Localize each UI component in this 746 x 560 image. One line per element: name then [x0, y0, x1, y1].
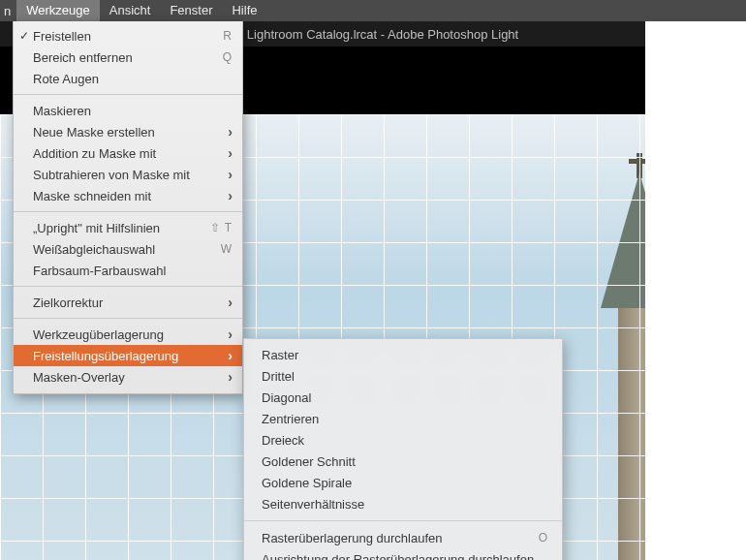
- submenu-item[interactable]: Diagonal: [244, 387, 562, 408]
- menu-separator: [14, 286, 242, 287]
- menu-item-label: Werkzeugüberlagerung: [33, 327, 164, 342]
- menu-item-label: Neue Maske erstellen: [33, 125, 155, 140]
- menu-item-label: Rote Augen: [33, 72, 99, 86]
- menu-item[interactable]: Masken-Overlay›: [14, 366, 242, 388]
- chevron-right-icon: ›: [228, 369, 233, 385]
- menu-item[interactable]: Freistellungsüberlagerung›: [14, 345, 242, 366]
- menu-item[interactable]: Subtrahieren von Maske mit›: [14, 164, 242, 185]
- menu-item-label: Freistellen: [33, 29, 91, 44]
- submenu-item-label: Ausrichtung der Rasterüberlagerung durch…: [262, 552, 534, 561]
- submenu-item-label: Diagonal: [262, 390, 311, 405]
- submenu-item[interactable]: Goldene Spirale: [244, 472, 562, 493]
- submenu-item-label: Dreieck: [262, 433, 304, 448]
- menu-separator: [14, 318, 242, 319]
- menubar-item-hilfe[interactable]: Hilfe: [222, 0, 266, 21]
- menu-shortcut: O: [539, 531, 548, 544]
- menu-item-label: „Upright" mit Hilfslinien: [33, 221, 160, 235]
- menu-item[interactable]: Rote Augen: [14, 68, 242, 89]
- submenu-item-label: Raster: [262, 348, 298, 362]
- submenu-item[interactable]: Ausrichtung der Rasterüberlagerung durch…: [244, 548, 562, 560]
- menubar-item-truncated[interactable]: n: [4, 4, 16, 18]
- menu-item-label: Bereich entfernen: [33, 50, 133, 65]
- chevron-right-icon: ›: [228, 167, 233, 182]
- chevron-right-icon: ›: [228, 295, 233, 310]
- menu-shortcut: R: [223, 29, 233, 43]
- submenu-item[interactable]: Seitenverhältnisse: [244, 493, 562, 514]
- menubar-item-fenster[interactable]: Fenster: [160, 0, 222, 21]
- submenu-item[interactable]: Dreieck: [244, 429, 562, 451]
- menu-separator: [14, 94, 242, 95]
- menu-separator: [244, 520, 562, 521]
- page-whitespace: [645, 21, 746, 560]
- submenu-item-label: Seitenverhältnisse: [262, 497, 364, 512]
- menu-item[interactable]: WeißabgleichauswahlW: [14, 238, 242, 260]
- menu-item-label: Zielkorrektur: [33, 296, 103, 310]
- chevron-right-icon: ›: [228, 145, 233, 161]
- submenu-item[interactable]: Raster: [244, 344, 562, 365]
- menu-item[interactable]: Addition zu Maske mit›: [14, 142, 242, 164]
- menu-item-label: Freistellungsüberlagerung: [33, 349, 178, 363]
- menu-item[interactable]: Bereich entfernenQ: [14, 47, 242, 68]
- werkzeuge-menu: ✓FreistellenRBereich entfernenQRote Auge…: [13, 21, 243, 394]
- submenu-item-label: Zentrieren: [262, 412, 319, 426]
- menu-item-label: Subtrahieren von Maske mit: [33, 168, 190, 182]
- menu-shortcut: W: [221, 242, 233, 256]
- chevron-right-icon: ›: [228, 327, 233, 342]
- menu-item-label: Weißabgleichauswahl: [33, 242, 155, 257]
- menu-item[interactable]: Maskieren: [14, 100, 242, 121]
- menu-item[interactable]: Werkzeugüberlagerung›: [14, 324, 242, 345]
- freistellungsueberlagerung-submenu: RasterDrittelDiagonalZentrierenDreieckGo…: [243, 338, 563, 560]
- submenu-item[interactable]: Goldener Schnitt: [244, 451, 562, 472]
- menu-item[interactable]: Maske schneiden mit›: [14, 185, 242, 206]
- submenu-item[interactable]: Zentrieren: [244, 408, 562, 429]
- menu-shortcut: ⇧ T: [210, 221, 233, 234]
- submenu-item[interactable]: Rasterüberlagerung durchlaufenO: [244, 527, 562, 548]
- menubar-item-werkzeuge[interactable]: Werkzeuge: [16, 0, 100, 21]
- menu-item-label: Masken-Overlay: [33, 370, 125, 385]
- menu-item-label: Maskieren: [33, 104, 91, 118]
- chevron-right-icon: ›: [228, 188, 233, 203]
- submenu-item-label: Rasterüberlagerung durchlaufen: [262, 531, 442, 545]
- menu-item[interactable]: „Upright" mit Hilfslinien⇧ T: [14, 217, 242, 238]
- check-icon: ✓: [19, 29, 29, 43]
- window-title: Lightroom Catalog.lrcat - Adobe Photosho…: [247, 27, 518, 42]
- system-menubar: n Werkzeuge Ansicht Fenster Hilfe: [0, 0, 746, 21]
- menu-shortcut: Q: [223, 50, 233, 64]
- chevron-right-icon: ›: [228, 124, 233, 140]
- menu-item-label: Maske schneiden mit: [33, 189, 151, 203]
- menu-item[interactable]: ✓FreistellenR: [14, 25, 242, 47]
- menu-separator: [14, 211, 242, 212]
- chevron-right-icon: ›: [228, 348, 233, 363]
- menu-item[interactable]: Zielkorrektur›: [14, 292, 242, 313]
- submenu-item-label: Goldene Spirale: [262, 476, 352, 490]
- menubar-item-ansicht[interactable]: Ansicht: [100, 0, 161, 21]
- menu-item-label: Addition zu Maske mit: [33, 146, 156, 161]
- submenu-item[interactable]: Drittel: [244, 365, 562, 387]
- menu-item[interactable]: Neue Maske erstellen›: [14, 121, 242, 142]
- menu-item[interactable]: Farbsaum-Farbauswahl: [14, 260, 242, 281]
- submenu-item-label: Goldener Schnitt: [262, 454, 356, 469]
- menu-item-label: Farbsaum-Farbauswahl: [33, 264, 166, 278]
- submenu-item-label: Drittel: [262, 369, 295, 384]
